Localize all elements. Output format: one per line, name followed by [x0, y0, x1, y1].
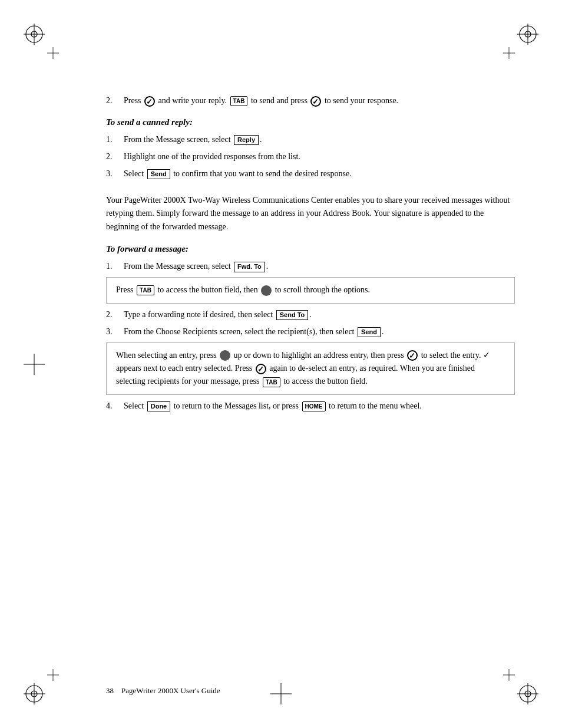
tab-button-2: TAB	[137, 285, 154, 295]
section2-step4-num: 4.	[106, 400, 124, 412]
check-btn-2	[310, 96, 321, 107]
check-btn-1	[144, 96, 155, 107]
section1-step2-text: Highlight one of the provided responses …	[124, 150, 515, 163]
main-content: 2. Press and write your reply. TAB to se…	[106, 35, 515, 412]
fwd-to-button: Fwd. To	[234, 262, 265, 272]
section1-heading: To send a canned reply:	[106, 117, 515, 127]
step2-num: 2.	[106, 94, 124, 107]
section1-step3: 3. Select Send to confirm that you want …	[106, 167, 515, 180]
corner-mark-tr	[517, 24, 538, 45]
note-box-1: Press TAB to access the button field, th…	[106, 277, 515, 303]
page: 2. Press and write your reply. TAB to se…	[0, 0, 562, 728]
home-button: HOME	[302, 401, 326, 411]
inner-corner-tl	[47, 47, 59, 59]
reply-button: Reply	[234, 135, 259, 145]
footer-title: PageWriter 2000X User's Guide	[121, 686, 220, 695]
page-footer: 38 PageWriter 2000X User's Guide	[106, 686, 220, 696]
corner-mark-tl	[24, 24, 45, 45]
inner-corner-tr	[503, 47, 515, 59]
send-button-2: Send	[358, 327, 381, 337]
section2-step2: 2. Type a forwarding note if desired, th…	[106, 308, 515, 321]
check-btn-3	[407, 350, 418, 361]
section2-step4: 4. Select Done to return to the Messages…	[106, 400, 515, 412]
scroll-btn-1	[261, 285, 272, 296]
scroll-btn-2	[220, 350, 230, 361]
side-left-mark	[24, 354, 45, 375]
section2-step1-num: 1.	[106, 260, 124, 272]
section1-step1-num: 1.	[106, 133, 124, 146]
footer-page-number: 38	[106, 686, 114, 695]
section1-step1: 1. From the Message screen, select Reply…	[106, 133, 515, 146]
section2-step4-text: Select Done to return to the Messages li…	[124, 400, 515, 412]
tab-button-1: TAB	[230, 96, 248, 106]
section2-step2-text: Type a forwarding note if desired, then …	[124, 308, 515, 321]
section1-step2-num: 2.	[106, 150, 124, 163]
tab-button-3: TAB	[263, 377, 280, 387]
section1-step1-text: From the Message screen, select Reply.	[124, 133, 515, 146]
section2-heading: To forward a message:	[106, 244, 515, 254]
step2-intro: 2. Press and write your reply. TAB to se…	[106, 94, 515, 107]
done-button: Done	[147, 401, 171, 411]
section1-step3-text: Select Send to confirm that you want to …	[124, 167, 515, 180]
send-button-1: Send	[147, 169, 170, 179]
section2-step3-num: 3.	[106, 325, 124, 338]
corner-mark-br	[517, 683, 538, 704]
section1-step3-num: 3.	[106, 167, 124, 180]
step2-text: Press and write your reply. TAB to send …	[124, 94, 515, 107]
note-box-2: When selecting an entry, press up or dow…	[106, 342, 515, 395]
send-to-button: Send To	[276, 310, 309, 320]
center-bottom-mark	[270, 683, 292, 704]
check-btn-4	[256, 364, 266, 374]
corner-mark-bl	[24, 683, 45, 704]
section2-step2-num: 2.	[106, 308, 124, 321]
inner-corner-br	[503, 669, 515, 681]
inner-corner-bl	[47, 669, 59, 681]
section2-step1-text: From the Message screen, select Fwd. To.	[124, 260, 515, 272]
section2-step1: 1. From the Message screen, select Fwd. …	[106, 260, 515, 272]
section1-step2: 2. Highlight one of the provided respons…	[106, 150, 515, 163]
forward-intro-paragraph: Your PageWriter 2000X Two-Way Wireless C…	[106, 194, 515, 233]
section2-step3-text: From the Choose Recipients screen, selec…	[124, 325, 515, 338]
section2-step3: 3. From the Choose Recipients screen, se…	[106, 325, 515, 338]
